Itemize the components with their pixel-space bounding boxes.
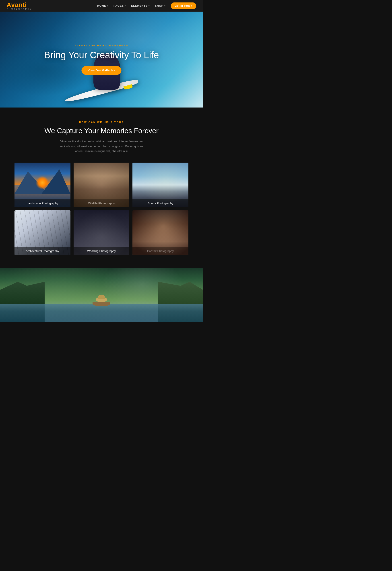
hero-title: Bring Your Creativity To Life xyxy=(44,50,159,61)
hat-decoration xyxy=(96,297,107,302)
chevron-down-icon: ▾ xyxy=(107,5,108,7)
nav-home[interactable]: HOME ▾ xyxy=(97,4,108,7)
logo[interactable]: Avanti PHOTOGRAPHY xyxy=(7,2,32,10)
brand-sub: PHOTOGRAPHY xyxy=(7,8,32,10)
section-description: Vivamus tincidunt ac enim pulvinar maxim… xyxy=(55,139,148,154)
section-eyebrow: HOW CAN WE HELP YOU? xyxy=(7,121,196,124)
gallery-label: Sports Photography xyxy=(132,200,188,207)
section-title: We Capture Your Memories Forever xyxy=(7,127,196,135)
gallery-item-wedding[interactable]: Wedding Photography xyxy=(74,210,129,255)
nav-shop[interactable]: SHOP ▾ xyxy=(155,4,166,7)
gallery-item-portrait[interactable]: Portrait Photography xyxy=(132,210,188,255)
galleries-section: HOW CAN WE HELP YOU? We Capture Your Mem… xyxy=(0,108,203,268)
hero-tagline: AVANTI FOR PHOTOGRAPHERS xyxy=(44,44,159,47)
view-galleries-button[interactable]: View Our Galleries xyxy=(81,66,122,75)
boat-body-decoration xyxy=(93,302,110,306)
boat-decoration xyxy=(93,297,110,306)
chevron-down-icon: ▾ xyxy=(149,5,150,7)
chevron-down-icon: ▾ xyxy=(125,5,126,7)
hero-section: AVANTI FOR PHOTOGRAPHERS Bring Your Crea… xyxy=(0,12,203,108)
gallery-item-sports[interactable]: Sports Photography xyxy=(132,163,188,207)
gallery-label: Architectural Photography xyxy=(14,247,70,255)
bottom-hero-section xyxy=(0,268,203,322)
nav-links: HOME ▾ PAGES ▾ ELEMENTS ▾ SHOP ▾ Get In … xyxy=(97,2,196,9)
chevron-down-icon: ▾ xyxy=(164,5,166,7)
mountain-decoration xyxy=(42,169,70,194)
gallery-item-landscape[interactable]: Landscape Photography xyxy=(14,163,70,207)
nav-pages[interactable]: PAGES ▾ xyxy=(113,4,126,7)
gallery-grid: Landscape Photography Wildlife Photograp… xyxy=(14,163,188,255)
gallery-label: Wedding Photography xyxy=(74,247,129,255)
navbar: Avanti PHOTOGRAPHY HOME ▾ PAGES ▾ ELEMEN… xyxy=(0,0,203,12)
gallery-label: Portrait Photography xyxy=(132,247,188,255)
get-in-touch-button[interactable]: Get In Touch xyxy=(171,2,196,9)
gallery-item-architectural[interactable]: Architectural Photography xyxy=(14,210,70,255)
brand-name: Avanti xyxy=(7,2,32,8)
water-decoration xyxy=(0,304,203,322)
hero-content: AVANTI FOR PHOTOGRAPHERS Bring Your Crea… xyxy=(44,44,159,75)
gallery-label: Landscape Photography xyxy=(14,200,70,207)
gallery-label: Wildlife Photography xyxy=(74,200,129,207)
gallery-item-wildlife[interactable]: Wildlife Photography xyxy=(74,163,129,207)
nav-elements[interactable]: ELEMENTS ▾ xyxy=(131,4,149,7)
